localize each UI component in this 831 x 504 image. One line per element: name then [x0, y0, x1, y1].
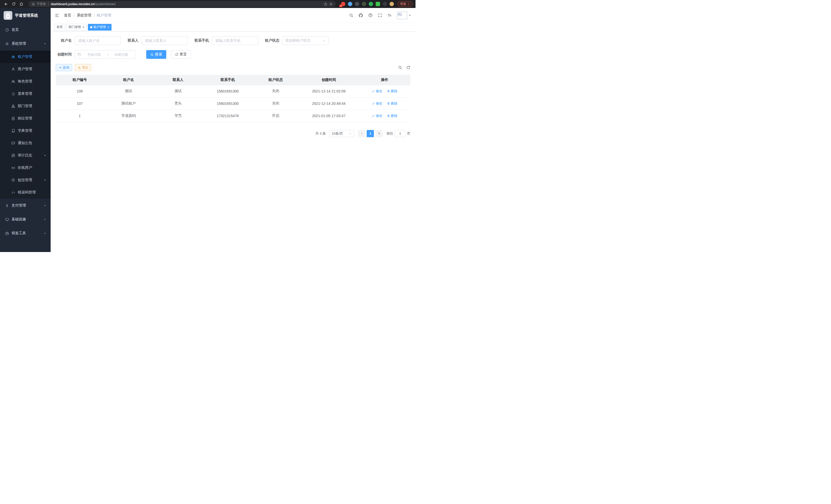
sidebar-item-home[interactable]: 首页 [0, 23, 51, 37]
active-tab-dot [90, 26, 92, 28]
cell-status: 关闭 [253, 85, 298, 97]
cell-contact: 芋艿 [153, 110, 203, 122]
edit-button[interactable]: 修改 [372, 89, 382, 93]
id-card-icon [11, 117, 15, 120]
edit-button[interactable]: 修改 [372, 114, 382, 118]
next-page-button[interactable] [375, 130, 382, 137]
sidebar-item-post[interactable]: 岗位管理 [0, 112, 51, 125]
breadcrumb-current: 租户管理 [97, 13, 111, 18]
signal-icon [11, 166, 15, 170]
extension-icon[interactable] [348, 2, 352, 6]
sidebar-item-audit-log[interactable]: 审计日志 [0, 149, 51, 161]
gear-icon [5, 42, 9, 46]
sidebar-item-menu[interactable]: 菜单管理 [0, 88, 51, 100]
browser-refresh-icon[interactable] [12, 2, 16, 6]
sidebar-collapse-icon[interactable] [55, 13, 59, 18]
sidebar-item-error-code[interactable]: 错误码管理 [0, 186, 51, 199]
page-size-select[interactable]: 10条/页 [329, 130, 354, 137]
app-logo-row[interactable]: 芋道管理系统 [0, 8, 51, 23]
sidebar-item-pay[interactable]: 支付管理 [0, 199, 51, 212]
sidebar-item-tenant[interactable]: 租户管理 [0, 51, 51, 63]
sidebar-item-notice[interactable]: 通知公告 [0, 137, 51, 149]
security-warning-icon [32, 2, 35, 6]
phone-input[interactable] [212, 36, 258, 45]
sidebar-item-role[interactable]: 角色管理 [0, 75, 51, 88]
bookmark-star-icon[interactable] [329, 2, 333, 6]
extension-icon[interactable] [376, 2, 380, 6]
breadcrumb-home[interactable]: 首页 [64, 13, 71, 18]
sidebar-item-online-user[interactable]: 在线用户 [0, 161, 51, 174]
chevron-down-icon[interactable] [408, 14, 411, 17]
tab-dept[interactable]: 部门管理 × [66, 24, 87, 31]
browser-menu-dots-icon[interactable] [407, 2, 410, 6]
url-host: dashboard.yudao.iocoder.cn [51, 2, 94, 6]
cell-created: 2021-12-14 20:49:44 [298, 97, 359, 110]
github-icon[interactable] [359, 13, 363, 18]
fullscreen-icon[interactable] [378, 13, 382, 18]
delete-button[interactable]: 删除 [387, 89, 398, 93]
reset-button[interactable]: 重置 [171, 50, 191, 59]
contact-input[interactable] [142, 36, 188, 45]
filter-row-1: 租户名 联系人 联系手机 租户状态 请选择租户状态 [56, 36, 410, 45]
date-end-input[interactable] [109, 52, 133, 57]
close-icon[interactable]: × [107, 26, 109, 29]
tab-tenant[interactable]: 租户管理 × [88, 24, 112, 31]
share-icon[interactable] [324, 2, 327, 6]
date-start-input[interactable] [82, 52, 106, 57]
add-button[interactable]: 新增 [56, 64, 72, 71]
address-bar[interactable]: 不安全 dashboard.yudao.iocoder.cn/system/te… [29, 1, 336, 7]
extension-icon[interactable] [355, 2, 359, 6]
goto-page-input[interactable] [395, 130, 405, 137]
search-button[interactable]: 搜索 [146, 50, 166, 59]
tab-home[interactable]: 首页 [54, 24, 65, 31]
sidebar-item-sms[interactable]: 短信管理 [0, 174, 51, 186]
column-header: 租户名 [104, 75, 153, 85]
font-size-icon[interactable] [387, 13, 392, 18]
extension-icon[interactable] [382, 2, 387, 6]
sidebar-item-devtools[interactable]: 研发工具 [0, 226, 51, 240]
date-range-picker[interactable]: - [75, 50, 136, 59]
toggle-search-icon[interactable] [398, 65, 402, 69]
close-icon[interactable]: × [83, 26, 84, 29]
security-label[interactable]: 不安全 [37, 2, 46, 6]
delete-button[interactable]: 删除 [387, 114, 398, 118]
prev-page-button[interactable] [358, 130, 365, 137]
breadcrumb-system[interactable]: 系统管理 [77, 13, 91, 18]
chevron-down-icon [44, 218, 47, 221]
pencil-icon [372, 90, 375, 93]
browser-home-icon[interactable] [19, 2, 23, 6]
delete-button[interactable]: 删除 [387, 101, 398, 106]
browser-back-icon[interactable] [4, 2, 8, 6]
search-icon[interactable] [349, 13, 353, 18]
export-button[interactable]: 导出 [75, 64, 91, 71]
filter-row-2: 创建时间 - 搜索 重置 [56, 50, 410, 59]
update-button[interactable]: 更新 [398, 1, 413, 7]
filter-phone: 联系手机 [195, 36, 258, 45]
table-row: 108 测试 测试 15601691300 关闭 2021-12-14 21:0… [56, 85, 410, 97]
sidebar-item-system[interactable]: 系统管理 [0, 37, 51, 51]
extension-icon[interactable] [362, 2, 366, 6]
tenant-name-label: 租户名 [56, 38, 72, 43]
extension-icon[interactable] [390, 2, 394, 6]
url-text[interactable]: dashboard.yudao.iocoder.cn/system/tenant [51, 2, 115, 6]
tenant-status-select[interactable]: 请选择租户状态 [282, 36, 328, 45]
sidebar-item-dict[interactable]: 字典管理 [0, 125, 51, 137]
page-number-button[interactable]: 1 [367, 130, 374, 137]
sidebar-item-user[interactable]: 用户管理 [0, 63, 51, 75]
cell-status: 关闭 [253, 97, 298, 110]
breadcrumb: 首页 / 系统管理 / 租户管理 [64, 13, 111, 18]
chat-bubble-icon [11, 141, 15, 145]
edit-button[interactable]: 修改 [372, 101, 382, 106]
refresh-table-icon[interactable] [406, 65, 410, 69]
sidebar-item-infra[interactable]: 基础设施 [0, 212, 51, 226]
sidebar-item-dept[interactable]: 部门管理 [0, 100, 51, 112]
user-avatar[interactable] [397, 11, 411, 19]
help-icon[interactable] [368, 13, 373, 18]
extension-icon[interactable] [369, 2, 373, 6]
tags-view-bar: 首页 部门管理 × 租户管理 × [51, 23, 416, 32]
breadcrumb-separator: / [93, 13, 94, 18]
extension-icon[interactable]: 10 [341, 2, 345, 6]
cell-operations: 修改 删除 [359, 110, 410, 122]
tenant-name-input[interactable] [75, 36, 121, 45]
filter-create-time: 创建时间 - [56, 50, 136, 59]
